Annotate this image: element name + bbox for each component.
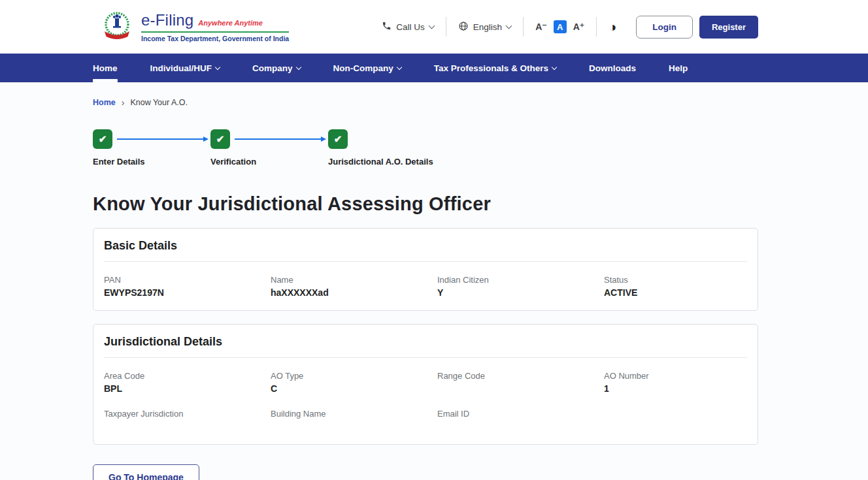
card-title: Jurisdictional Details xyxy=(104,335,747,357)
contrast-toggle-icon[interactable]: ◑ xyxy=(609,20,616,33)
field-label: Status xyxy=(604,275,747,285)
brand-tagline: Anywhere Anytime xyxy=(198,19,263,27)
login-button[interactable]: Login xyxy=(636,16,693,39)
field-status: Status ACTIVE xyxy=(604,275,747,298)
page-title: Know Your Jurisdictional Assessing Offic… xyxy=(93,193,868,215)
field-label: Building Name xyxy=(271,409,437,419)
font-size-controls: A⁻ A A⁺ xyxy=(535,20,584,33)
top-header: e-Filing Anywhere Anytime Income Tax Dep… xyxy=(0,0,868,54)
nav-item-downloads[interactable]: Downloads xyxy=(589,54,636,82)
chevron-down-icon xyxy=(552,64,557,69)
phone-icon xyxy=(382,21,392,33)
field-label: AO Number xyxy=(604,371,747,381)
check-icon: ✔ xyxy=(93,129,112,149)
field-label: PAN xyxy=(104,275,271,285)
nav-item-help[interactable]: Help xyxy=(669,54,688,82)
step-jurisdictional-ao-details: ✔ Jurisdictional A.O. Details xyxy=(328,129,433,167)
field-value: Y xyxy=(437,287,604,298)
nav-label: Individual/HUF xyxy=(150,63,212,73)
field-pan: PAN EWYPS2197N xyxy=(104,275,271,298)
jurisdictional-details-card: Jurisdictional Details Area Code BPL AO … xyxy=(93,324,758,445)
field-email-id: Email ID xyxy=(437,409,604,432)
font-decrease-button[interactable]: A⁻ xyxy=(535,22,547,32)
nav-label: Tax Professionals & Others xyxy=(434,63,548,73)
check-icon: ✔ xyxy=(210,129,230,149)
nav-label: Home xyxy=(93,63,118,73)
chevron-down-icon xyxy=(397,64,402,69)
header-divider xyxy=(523,17,524,37)
chevron-down-icon xyxy=(428,22,435,29)
call-us-menu[interactable]: Call Us xyxy=(382,21,434,33)
income-tax-emblem-icon xyxy=(99,8,135,46)
logo-text: e-Filing Anywhere Anytime Income Tax Dep… xyxy=(141,11,289,42)
breadcrumb: Home › Know Your A.O. xyxy=(93,98,868,107)
nav-item-individual-huf[interactable]: Individual/HUF xyxy=(150,54,220,82)
field-label: AO Type xyxy=(271,371,437,381)
jurisdictional-fields-row1: Area Code BPL AO Type C Range Code AO Nu… xyxy=(104,371,747,394)
field-value xyxy=(271,421,437,432)
breadcrumb-current: Know Your A.O. xyxy=(130,98,188,107)
card-divider xyxy=(104,261,747,262)
card-title: Basic Details xyxy=(104,239,747,261)
step-verification: ✔ Verification xyxy=(210,129,256,167)
header-actions: Call Us English A⁻ A A⁺ xyxy=(382,16,758,39)
nav-item-tax-professionals[interactable]: Tax Professionals & Others xyxy=(434,54,556,82)
chevron-down-icon xyxy=(215,64,220,69)
field-label: Name xyxy=(271,275,437,285)
efiling-logo: e-Filing Anywhere Anytime Income Tax Dep… xyxy=(99,8,289,46)
status-badge: ACTIVE xyxy=(604,287,747,298)
field-range-code: Range Code xyxy=(437,371,604,394)
nav-label: Help xyxy=(669,63,688,73)
chevron-down-icon xyxy=(295,64,301,69)
field-value xyxy=(437,383,604,394)
basic-details-fields: PAN EWYPS2197N Name haXXXXXXad Indian Ci… xyxy=(104,275,747,298)
step-enter-details: ✔ Enter Details xyxy=(93,129,144,167)
language-label: English xyxy=(473,22,502,32)
page: e-Filing Anywhere Anytime Income Tax Dep… xyxy=(0,0,868,480)
breadcrumb-separator-icon: › xyxy=(122,98,125,107)
register-button[interactable]: Register xyxy=(699,16,758,39)
language-menu[interactable]: English xyxy=(458,21,511,33)
breadcrumb-home-link[interactable]: Home xyxy=(93,98,116,107)
field-taxpayer-jurisdiction: Taxpayer Jurisdiction xyxy=(104,409,271,432)
progress-stepper: ✔ Enter Details ✔ Verification ✔ Jurisdi… xyxy=(93,129,563,176)
nav-item-company[interactable]: Company xyxy=(252,54,301,82)
font-normal-button[interactable]: A xyxy=(554,20,567,33)
field-ao-number: AO Number 1 xyxy=(604,371,747,394)
field-label: Range Code xyxy=(437,371,604,381)
field-empty xyxy=(604,409,747,432)
font-increase-button[interactable]: A⁺ xyxy=(573,22,585,32)
card-divider xyxy=(104,357,747,358)
field-label: Email ID xyxy=(437,409,604,419)
field-label: Indian Citizen xyxy=(437,275,604,285)
field-value: C xyxy=(271,383,437,394)
chevron-down-icon xyxy=(506,22,512,29)
step-label: Enter Details xyxy=(93,157,144,167)
globe-icon xyxy=(458,21,469,33)
field-value xyxy=(104,421,271,432)
field-ao-type: AO Type C xyxy=(271,371,437,394)
step-label: Jurisdictional A.O. Details xyxy=(328,157,433,167)
step-label: Verification xyxy=(210,157,256,167)
main-navbar: Home Individual/HUF Company Non-Company … xyxy=(0,54,868,82)
call-us-label: Call Us xyxy=(396,22,425,32)
nav-label: Downloads xyxy=(589,63,636,73)
field-label: Area Code xyxy=(104,371,271,381)
field-building-name: Building Name xyxy=(271,409,437,432)
department-name: Income Tax Department, Government of Ind… xyxy=(141,35,289,42)
nav-label: Company xyxy=(252,63,293,73)
header-divider xyxy=(596,17,597,37)
field-value xyxy=(437,421,604,432)
field-value: BPL xyxy=(104,383,271,394)
nav-item-non-company[interactable]: Non-Company xyxy=(333,54,401,82)
field-value: haXXXXXXad xyxy=(271,287,437,298)
go-to-homepage-button[interactable]: Go To Homepage xyxy=(93,464,199,480)
field-area-code: Area Code BPL xyxy=(104,371,271,394)
field-value: EWYPS2197N xyxy=(104,287,271,298)
nav-label: Non-Company xyxy=(333,63,393,73)
field-indian-citizen: Indian Citizen Y xyxy=(437,275,604,298)
check-icon: ✔ xyxy=(328,129,348,149)
basic-details-card: Basic Details PAN EWYPS2197N Name haXXXX… xyxy=(93,228,758,311)
nav-item-home[interactable]: Home xyxy=(93,54,118,82)
header-divider xyxy=(446,17,446,37)
